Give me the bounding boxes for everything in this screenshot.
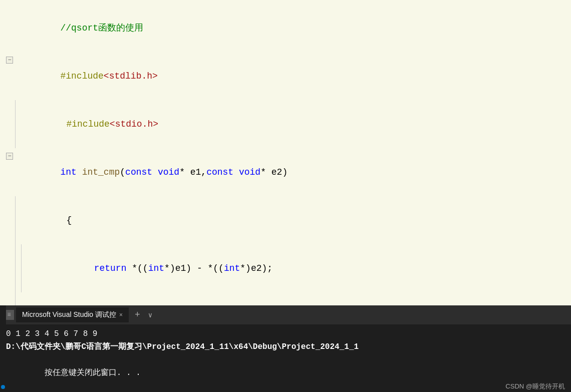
code-token: int <box>60 167 76 177</box>
line-content-5: { <box>21 196 571 244</box>
add-tab-button[interactable]: + <box>131 310 144 320</box>
code-token: *)e1) - *(( <box>164 263 224 273</box>
line-content-7: } <box>21 292 571 305</box>
line-content-3: #include<stdio.h> <box>21 100 571 148</box>
panel-icon-symbol: ≡ <box>7 311 11 318</box>
debug-output-tab[interactable]: Microsoft Visual Studio 调试控 × <box>16 307 129 322</box>
code-token: const <box>206 167 233 177</box>
line-content-4: int int_cmp(const void* e1,const void* e… <box>15 148 571 196</box>
code-line-2: − #include<stdlib.h> <box>0 52 571 100</box>
code-token: *)e2); <box>240 263 272 273</box>
code-token: return <box>72 263 126 273</box>
code-token: int_cmp <box>82 167 120 177</box>
code-line-7: } <box>0 292 571 305</box>
code-token: * e2) <box>260 167 288 177</box>
bottom-panel: ≡ Microsoft Visual Studio 调试控 × + ∨ 0 1 … <box>0 305 571 392</box>
code-token: <stdlib.h> <box>104 71 158 81</box>
code-line-6: return *((int*)e1) - *((int*)e2); <box>0 244 571 292</box>
code-line-5: { <box>0 196 571 244</box>
code-token: #include <box>66 119 109 129</box>
tab-close-button[interactable]: × <box>119 311 123 318</box>
code-token: * e1, <box>179 167 206 177</box>
code-token: *(( <box>126 263 148 273</box>
code-token <box>233 167 239 177</box>
code-token: int <box>224 263 240 273</box>
code-token: void <box>239 167 260 177</box>
output-line-1: 0 1 2 3 4 5 6 7 8 9 <box>6 327 565 340</box>
code-token: const <box>125 167 152 177</box>
tab-dropdown-button[interactable]: ∨ <box>146 311 154 319</box>
output-line-3: 按任意键关闭此窗口. . . <box>6 353 565 381</box>
output-text-3: 按任意键关闭此窗口. . . <box>45 368 141 377</box>
line-content-1: //qsort函数的使用 <box>15 4 571 52</box>
code-editor: //qsort函数的使用 − #include<stdlib.h> #inclu… <box>0 0 571 305</box>
tab-label: Microsoft Visual Studio 调试控 <box>22 310 116 319</box>
status-bar: CSDN @睡觉待开机 <box>0 381 571 392</box>
collapse-button-2[interactable]: − <box>6 57 13 64</box>
code-line-4: − int int_cmp(const void* e1,const void*… <box>0 148 571 196</box>
gutter-2: − <box>0 52 15 64</box>
code-token: //qsort函数的使用 <box>60 23 143 33</box>
code-token: ( <box>120 167 125 177</box>
code-token: <stdio.h> <box>110 119 158 129</box>
status-bar-text: CSDN @睡觉待开机 <box>505 382 565 391</box>
output-line-2: D:\代码文件夹\鹏哥C语言第一期复习\Project_2024_1_11\x6… <box>6 340 565 353</box>
line-content-2: #include<stdlib.h> <box>15 52 571 100</box>
code-token: int <box>148 263 164 273</box>
app-container: //qsort函数的使用 − #include<stdlib.h> #inclu… <box>0 0 571 392</box>
gutter-4: − <box>0 148 15 160</box>
code-token: #include <box>60 71 103 81</box>
line-content-6: return *((int*)e1) - *((int*)e2); <box>27 244 571 292</box>
panel-output: 0 1 2 3 4 5 6 7 8 9 D:\代码文件夹\鹏哥C语言第一期复习\… <box>0 324 571 381</box>
panel-tab-bar: ≡ Microsoft Visual Studio 调试控 × + ∨ <box>0 305 571 324</box>
code-token: { <box>66 215 72 225</box>
collapse-button-4[interactable]: − <box>6 153 13 160</box>
code-line-1: //qsort函数的使用 <box>0 4 571 52</box>
code-token <box>77 167 82 177</box>
code-line-3: #include<stdio.h> <box>0 100 571 148</box>
code-token: void <box>158 167 179 177</box>
status-indicator <box>1 385 5 389</box>
code-token <box>152 167 158 177</box>
